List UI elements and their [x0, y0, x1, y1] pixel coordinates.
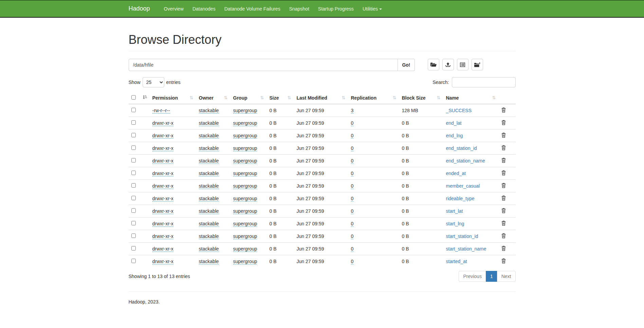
- permission-value[interactable]: drwxr-xr-x: [152, 120, 173, 126]
- next-link[interactable]: Next: [497, 271, 516, 282]
- owner-value[interactable]: stackable: [199, 171, 219, 176]
- file-name-link[interactable]: end_lng: [446, 133, 463, 138]
- brand-hadoop[interactable]: Hadoop: [129, 5, 153, 12]
- go-button[interactable]: Go!: [398, 59, 415, 71]
- replication-value[interactable]: 0: [351, 133, 354, 139]
- delete-button[interactable]: [501, 208, 506, 214]
- upload-file-button[interactable]: [442, 59, 454, 70]
- delete-button[interactable]: [501, 221, 506, 227]
- owner-value[interactable]: stackable: [199, 234, 219, 239]
- owner-value[interactable]: stackable: [199, 208, 219, 214]
- row-checkbox[interactable]: [131, 246, 136, 251]
- file-name-link[interactable]: end_station_name: [446, 158, 485, 163]
- permission-value[interactable]: drwxr-xr-x: [152, 246, 173, 252]
- delete-button[interactable]: [501, 233, 506, 239]
- pagination-next[interactable]: Next: [497, 271, 516, 282]
- row-checkbox[interactable]: [131, 171, 136, 175]
- permission-value[interactable]: drwxr-xr-x: [152, 171, 173, 176]
- owner-value[interactable]: stackable: [199, 221, 219, 227]
- column-header-group[interactable]: Group⇅: [231, 92, 267, 104]
- file-name-link[interactable]: started_at: [446, 259, 467, 264]
- replication-value[interactable]: 3: [351, 108, 354, 114]
- column-header-block-size[interactable]: Block Size⇅: [399, 92, 443, 104]
- group-value[interactable]: supergroup: [233, 171, 257, 176]
- column-header-owner[interactable]: Owner⇅: [196, 92, 231, 104]
- replication-value[interactable]: 0: [351, 183, 354, 189]
- row-checkbox[interactable]: [131, 234, 136, 238]
- delete-button[interactable]: [501, 145, 506, 151]
- set-quota-button[interactable]: [457, 59, 468, 70]
- file-name-link[interactable]: start_lat: [446, 208, 463, 214]
- file-name-link[interactable]: _SUCCESS: [446, 108, 472, 113]
- row-checkbox[interactable]: [131, 133, 136, 137]
- page-length-select[interactable]: 25: [143, 77, 164, 87]
- replication-value[interactable]: 0: [351, 208, 354, 214]
- column-header-name[interactable]: Name⇅: [443, 92, 499, 104]
- owner-value[interactable]: stackable: [199, 246, 219, 252]
- replication-value[interactable]: 0: [351, 234, 354, 239]
- file-name-link[interactable]: end_station_id: [446, 145, 477, 151]
- permission-value[interactable]: drwxr-xr-x: [152, 133, 173, 139]
- create-directory-button[interactable]: [428, 59, 439, 70]
- permission-value[interactable]: drwxr-xr-x: [152, 158, 173, 164]
- nav-item-datanodes[interactable]: Datanodes: [188, 1, 220, 17]
- previous-link[interactable]: Previous: [459, 271, 486, 282]
- nav-item-datanode-volume-failures[interactable]: Datanode Volume Failures: [220, 1, 285, 17]
- permission-value[interactable]: -rw-r--r--: [152, 108, 170, 114]
- replication-value[interactable]: 0: [351, 145, 354, 151]
- permission-value[interactable]: drwxr-xr-x: [152, 145, 173, 151]
- sort-by-attributes-icon[interactable]: [143, 95, 147, 100]
- row-checkbox[interactable]: [131, 145, 136, 150]
- move-to-folder-button[interactable]: [472, 59, 483, 70]
- group-value[interactable]: supergroup: [233, 158, 257, 164]
- owner-value[interactable]: stackable: [199, 183, 219, 189]
- permission-value[interactable]: drwxr-xr-x: [152, 221, 173, 227]
- row-checkbox[interactable]: [131, 208, 136, 213]
- delete-button[interactable]: [501, 195, 506, 202]
- nav-item-startup-progress[interactable]: Startup Progress: [314, 1, 358, 17]
- group-value[interactable]: supergroup: [233, 183, 257, 189]
- replication-value[interactable]: 0: [351, 171, 354, 176]
- owner-value[interactable]: stackable: [199, 145, 219, 151]
- delete-button[interactable]: [501, 120, 506, 126]
- row-checkbox[interactable]: [131, 221, 136, 225]
- delete-button[interactable]: [501, 107, 506, 114]
- delete-button[interactable]: [501, 133, 506, 139]
- row-checkbox[interactable]: [131, 259, 136, 263]
- file-name-link[interactable]: end_lat: [446, 120, 462, 126]
- group-value[interactable]: supergroup: [233, 246, 257, 252]
- group-value[interactable]: supergroup: [233, 234, 257, 239]
- delete-button[interactable]: [501, 183, 506, 189]
- group-value[interactable]: supergroup: [233, 221, 257, 227]
- group-value[interactable]: supergroup: [233, 208, 257, 214]
- row-checkbox[interactable]: [131, 196, 136, 200]
- file-name-link[interactable]: member_casual: [446, 183, 480, 189]
- column-header-last-modified[interactable]: Last Modified⇅: [294, 92, 348, 104]
- permission-value[interactable]: drwxr-xr-x: [152, 208, 173, 214]
- file-name-link[interactable]: start_station_name: [446, 246, 486, 252]
- page-1-link[interactable]: 1: [486, 271, 497, 282]
- pagination-previous[interactable]: Previous: [459, 271, 486, 282]
- replication-value[interactable]: 0: [351, 120, 354, 126]
- owner-value[interactable]: stackable: [199, 120, 219, 126]
- group-value[interactable]: supergroup: [233, 108, 257, 114]
- owner-value[interactable]: stackable: [199, 158, 219, 164]
- replication-value[interactable]: 0: [351, 246, 354, 252]
- row-checkbox[interactable]: [131, 158, 136, 162]
- group-value[interactable]: supergroup: [233, 196, 257, 202]
- permission-value[interactable]: drwxr-xr-x: [152, 259, 173, 264]
- file-name-link[interactable]: ended_at: [446, 171, 466, 176]
- permission-value[interactable]: drwxr-xr-x: [152, 234, 173, 239]
- nav-item-overview[interactable]: Overview: [160, 1, 188, 17]
- column-header-replication[interactable]: Replication⇅: [348, 92, 399, 104]
- nav-item-snapshot[interactable]: Snapshot: [285, 1, 314, 17]
- file-name-link[interactable]: start_lng: [446, 221, 464, 226]
- file-name-link[interactable]: rideable_type: [446, 196, 475, 201]
- replication-value[interactable]: 0: [351, 259, 354, 264]
- row-checkbox[interactable]: [131, 108, 136, 112]
- file-name-link[interactable]: start_station_id: [446, 234, 478, 239]
- column-header-permission[interactable]: Permission⇅: [150, 92, 196, 104]
- replication-value[interactable]: 0: [351, 221, 354, 227]
- group-value[interactable]: supergroup: [233, 259, 257, 264]
- row-checkbox[interactable]: [131, 120, 136, 125]
